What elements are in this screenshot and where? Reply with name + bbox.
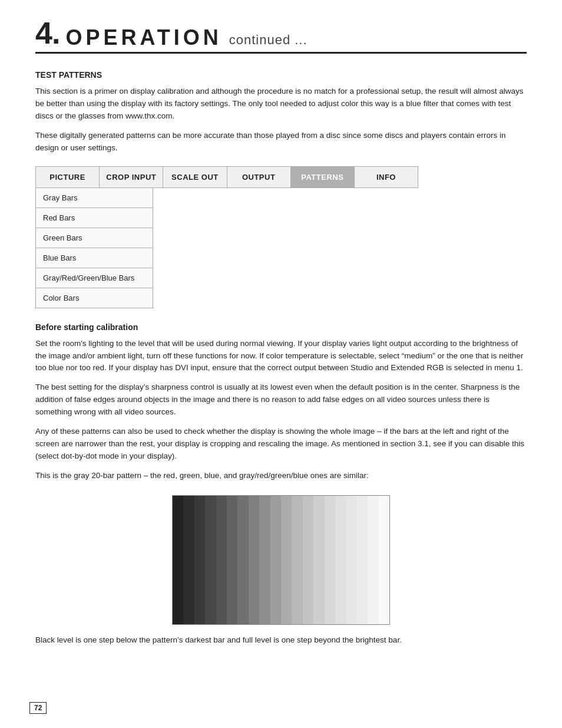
gray-bar-16 <box>346 496 357 624</box>
gray-bar-2 <box>194 496 205 624</box>
calibration-para4: This is the gray 20-bar pattern – the re… <box>35 470 527 482</box>
test-patterns-para2: These digitally generated patterns can b… <box>35 130 527 154</box>
gray-bar-9 <box>270 496 281 624</box>
test-patterns-para1: This section is a primer on display cali… <box>35 85 527 123</box>
calibration-para1: Set the room's lighting to the level tha… <box>35 338 527 375</box>
calibration-heading: Before starting calibration <box>35 322 527 332</box>
menu-item-gray-bars[interactable]: Gray Bars <box>36 188 153 208</box>
tab-patterns[interactable]: PATTERNS <box>291 167 355 187</box>
gray-bar-8 <box>259 496 270 624</box>
gray-bar-15 <box>335 496 346 624</box>
gray-bar-3 <box>205 496 216 624</box>
graybars-image <box>172 495 390 625</box>
gray-bar-6 <box>237 496 248 624</box>
page-number: 72 <box>29 702 47 714</box>
gray-bar-11 <box>292 496 302 624</box>
section-number: 4. <box>35 18 59 48</box>
test-patterns-heading: TEST PATTERNS <box>35 70 527 80</box>
tab-info[interactable]: INFO <box>355 167 418 187</box>
tab-crop_input[interactable]: CROP INPUT <box>100 167 163 187</box>
page: 4. OPERATION continued ... TEST PATTERNS… <box>0 0 562 728</box>
gray-bar-14 <box>325 496 335 624</box>
menu-item-gray-red-green-blue-bars[interactable]: Gray/Red/Green/Blue Bars <box>36 268 153 288</box>
gray-bar-1 <box>183 496 194 624</box>
menu-item-green-bars[interactable]: Green Bars <box>36 228 153 248</box>
gray-bar-0 <box>173 496 183 624</box>
calibration-para3: Any of these patterns can also be used t… <box>35 426 527 463</box>
section-title: OPERATION <box>65 27 222 48</box>
gray-bar-5 <box>227 496 237 624</box>
tab-bar: PICTURECROP INPUTSCALE OUTOUTPUTPATTERNS… <box>35 166 418 188</box>
graybars-container <box>35 495 527 625</box>
gray-bar-17 <box>357 496 368 624</box>
calibration-section: Before starting calibration Set the room… <box>35 322 527 482</box>
menu-item-blue-bars[interactable]: Blue Bars <box>36 248 153 268</box>
page-header: 4. OPERATION continued ... <box>35 18 527 54</box>
gray-bar-10 <box>281 496 292 624</box>
gray-bar-12 <box>303 496 313 624</box>
menu-list: Gray BarsRed BarsGreen BarsBlue BarsGray… <box>35 188 153 308</box>
tab-output[interactable]: OUTPUT <box>227 167 291 187</box>
tab-picture[interactable]: PICTURE <box>36 167 100 187</box>
gray-bar-19 <box>379 496 389 624</box>
calibration-para2: The best setting for the display’s sharp… <box>35 381 527 419</box>
gray-bar-7 <box>249 496 259 624</box>
test-patterns-section: TEST PATTERNS This section is a primer o… <box>35 70 527 154</box>
gray-bar-18 <box>368 496 378 624</box>
menu-item-color-bars[interactable]: Color Bars <box>36 288 153 308</box>
gray-bar-13 <box>313 496 324 624</box>
tab-scale_out[interactable]: SCALE OUT <box>163 167 227 187</box>
section-subtitle: continued ... <box>229 34 308 48</box>
menu-item-red-bars[interactable]: Red Bars <box>36 208 153 228</box>
footer-note: Black level is one step below the patter… <box>35 634 527 647</box>
gray-bar-4 <box>216 496 227 624</box>
